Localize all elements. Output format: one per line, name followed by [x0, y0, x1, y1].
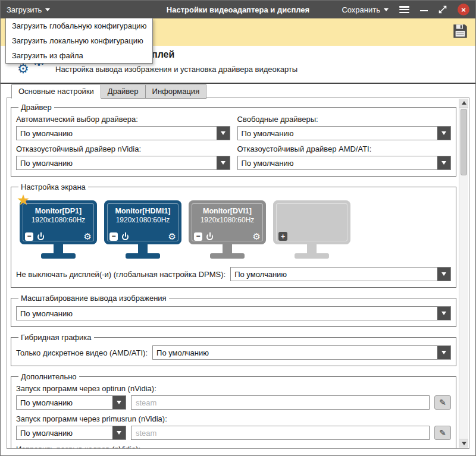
- scaling-select[interactable]: По умолчанию: [16, 306, 451, 320]
- optirun-select[interactable]: По умолчанию: [16, 395, 126, 410]
- monitor-name: Monitor[DP1]: [20, 207, 97, 215]
- select-value: По умолчанию: [17, 426, 112, 439]
- expand-icon: [439, 5, 447, 14]
- save-menu-label: Сохранить: [342, 5, 380, 14]
- select-value: По умолчанию: [231, 268, 437, 281]
- discrete-video-label: Только дискретное видео (AMD/ATI):: [16, 348, 148, 357]
- disable-monitor-button[interactable]: −: [109, 232, 118, 241]
- minus-icon: −: [27, 232, 31, 240]
- monitor-name: Monitor[HDMI1]: [104, 207, 181, 215]
- chevron-down-icon: [437, 127, 450, 140]
- save-menu-button[interactable]: Сохранить: [342, 5, 389, 14]
- main-content: Драйвер Автоматический выбор драйвера: П…: [7, 98, 469, 449]
- tab-driver[interactable]: Драйвер: [101, 84, 146, 99]
- scroll-up-button[interactable]: [459, 99, 468, 108]
- close-button[interactable]: ×: [458, 4, 469, 15]
- minimize-icon: [420, 10, 428, 12]
- menu-item-load-local-config[interactable]: Загрузить локальную конфигурацию: [6, 33, 152, 48]
- load-dropdown-menu: Загрузить глобальную конфигурацию Загруз…: [5, 18, 153, 64]
- chevron-down-icon: [384, 8, 389, 11]
- floppy-save-icon: [452, 23, 468, 39]
- primusrun-select[interactable]: По умолчанию: [16, 426, 126, 440]
- pencil-icon: ✎: [439, 428, 446, 438]
- nvidia-failsafe-select[interactable]: По умолчанию: [16, 156, 230, 170]
- select-value: По умолчанию: [238, 127, 438, 140]
- disable-monitor-button[interactable]: −: [194, 232, 202, 241]
- plus-icon: +: [281, 232, 286, 241]
- disable-monitor-button[interactable]: −: [25, 232, 33, 241]
- primusrun-label: Запуск программ через primusrun (nVidia)…: [16, 414, 451, 423]
- primary-star-icon: ★: [17, 193, 30, 207]
- chevron-down-icon: [437, 346, 450, 359]
- tearing-label: Исправить разрыв кадров (nVidia):: [16, 445, 451, 448]
- menu-item-load-global-config[interactable]: Загрузить глобальную конфигурацию: [6, 18, 152, 33]
- hamburger-icon: [399, 6, 409, 13]
- select-value: По умолчанию: [17, 307, 437, 320]
- monitor-base: [41, 253, 76, 259]
- optirun-app-input[interactable]: [131, 395, 430, 410]
- screen-group-legend: Настройка экрана: [18, 183, 88, 191]
- monitor-dp1[interactable]: ★ Monitor[DP1] 1920x1080:60Hz − ⚙: [20, 200, 97, 259]
- menu-item-load-from-file[interactable]: Загрузить из файла: [6, 48, 152, 63]
- monitor-stand: [223, 244, 232, 253]
- tab-bar: Основные настройки Драйвер Информация: [11, 84, 206, 99]
- free-drivers-select[interactable]: По умолчанию: [237, 126, 452, 140]
- add-monitor-button[interactable]: +: [278, 232, 287, 241]
- chevron-down-icon: [112, 396, 126, 409]
- add-monitor-slot[interactable]: +: [273, 200, 350, 259]
- extra-group: Дополнительно Запуск программ через opti…: [11, 372, 456, 448]
- monitor-dvi1[interactable]: Monitor[DVI1] 1920x1080:60Hz − ⚙: [189, 200, 266, 259]
- minus-icon: −: [196, 232, 200, 240]
- hybrid-group: Гибридная графика Только дискретное виде…: [11, 333, 456, 366]
- scaling-group-legend: Масштабирование вывода изображения: [18, 294, 169, 303]
- save-file-button[interactable]: [452, 23, 468, 42]
- primusrun-app-input[interactable]: [131, 426, 430, 440]
- load-menu-label: Загрузить: [7, 5, 42, 14]
- arrow-down-icon: [462, 442, 466, 445]
- optirun-edit-button[interactable]: ✎: [434, 395, 451, 410]
- primusrun-edit-button[interactable]: ✎: [434, 426, 451, 440]
- select-value: По умолчанию: [17, 396, 112, 409]
- monitor-settings-gear-icon[interactable]: ⚙: [253, 232, 261, 241]
- power-icon[interactable]: [206, 232, 214, 240]
- dpms-select[interactable]: По умолчанию: [230, 267, 451, 281]
- app-window: Загрузить Настройки видеоадаптера и дисп…: [0, 0, 476, 456]
- maximize-button[interactable]: [439, 5, 447, 14]
- monitor-hdmi1[interactable]: Monitor[HDMI1] 1920x1080:60Hz − ⚙: [104, 200, 181, 259]
- monitor-stand: [307, 244, 317, 253]
- monitor-settings-gear-icon[interactable]: ⚙: [168, 232, 176, 241]
- extra-group-legend: Дополнительно: [18, 372, 79, 381]
- titlebar: Загрузить Настройки видеоадаптера и дисп…: [1, 1, 475, 18]
- chevron-down-icon: [437, 307, 450, 320]
- auto-driver-select[interactable]: По умолчанию: [16, 126, 230, 140]
- select-value: По умолчанию: [238, 156, 438, 169]
- auto-driver-label: Автоматический выбор драйвера:: [16, 115, 230, 124]
- monitor-screen: Monitor[DP1] 1920x1080:60Hz − ⚙: [20, 200, 97, 244]
- hybrid-group-legend: Гибридная графика: [18, 333, 94, 342]
- chevron-down-icon: [437, 268, 450, 281]
- vertical-scrollbar[interactable]: [459, 99, 468, 448]
- monitor-name: Monitor[DVI1]: [189, 207, 266, 215]
- close-icon: ×: [461, 6, 466, 14]
- monitors-row: ★ Monitor[DP1] 1920x1080:60Hz − ⚙: [16, 193, 451, 261]
- amd-failsafe-label: Отказоустойчивый драйвер AMD/ATI:: [237, 144, 452, 153]
- minimize-button[interactable]: [420, 8, 428, 12]
- discrete-video-select[interactable]: По умолчанию: [152, 345, 451, 360]
- power-icon[interactable]: [37, 232, 45, 240]
- power-icon[interactable]: [121, 232, 129, 240]
- select-value: По умолчанию: [17, 156, 217, 169]
- monitor-screen: +: [273, 200, 350, 244]
- load-menu-button[interactable]: Загрузить: [7, 5, 50, 14]
- menu-button[interactable]: [399, 6, 409, 13]
- monitor-stand: [138, 244, 148, 253]
- tab-main-settings[interactable]: Основные настройки: [11, 84, 101, 99]
- monitor-base: [126, 253, 160, 259]
- scroll-down-button[interactable]: [459, 439, 468, 448]
- amd-failsafe-select[interactable]: По умолчанию: [237, 156, 452, 170]
- nvidia-failsafe-label: Отказоустойчивый драйвер nVidia:: [16, 144, 230, 153]
- driver-group: Драйвер Автоматический выбор драйвера: П…: [11, 103, 456, 177]
- scrollbar-thumb[interactable]: [461, 109, 467, 175]
- arrow-up-icon: [462, 101, 466, 105]
- tab-information[interactable]: Информация: [145, 84, 207, 99]
- monitor-settings-gear-icon[interactable]: ⚙: [84, 232, 92, 241]
